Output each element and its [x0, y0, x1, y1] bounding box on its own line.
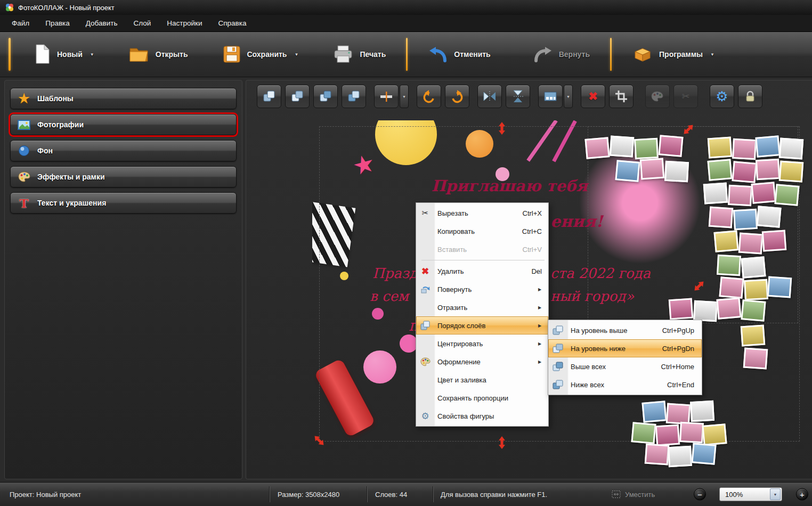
- photo-thumb[interactable]: [732, 138, 757, 160]
- photo-thumb[interactable]: [738, 233, 764, 255]
- zoom-dropdown-icon[interactable]: ▼: [770, 488, 781, 500]
- photo-thumb[interactable]: [702, 423, 727, 446]
- sidebar-item-templates[interactable]: ★ Шаблоны: [10, 88, 237, 109]
- menu-item-style[interactable]: Оформление ▶: [416, 353, 548, 371]
- photo-thumb[interactable]: [658, 135, 683, 157]
- photo-thumb[interactable]: [732, 161, 757, 183]
- photo-thumb[interactable]: [751, 182, 776, 204]
- submenu-item-level-down[interactable]: На уровень ниже Ctrl+PgDn: [548, 339, 702, 357]
- open-button[interactable]: Открыть: [122, 40, 194, 68]
- menu-settings[interactable]: Настройки: [167, 19, 202, 27]
- menu-item-center[interactable]: Центрировать ▶: [416, 334, 548, 353]
- delete-button[interactable]: ✖: [581, 85, 605, 108]
- photo-thumb[interactable]: [669, 298, 694, 320]
- undo-button[interactable]: Отменить: [421, 42, 497, 67]
- menu-file[interactable]: Файл: [12, 19, 29, 27]
- photo-thumb[interactable]: [634, 138, 659, 159]
- photo-thumb[interactable]: [708, 137, 733, 159]
- photo-thumb[interactable]: [655, 425, 680, 446]
- photo-thumb[interactable]: [741, 299, 766, 322]
- photo-thumb[interactable]: [664, 161, 689, 182]
- photo-thumb[interactable]: [703, 183, 728, 205]
- effects-button[interactable]: [645, 85, 670, 108]
- flip-horizontal-button[interactable]: [477, 85, 502, 108]
- photo-thumb[interactable]: [610, 136, 635, 158]
- menu-item-flip[interactable]: Отразить ▶: [416, 298, 548, 316]
- menu-item-copy[interactable]: Копировать Ctrl+C: [416, 222, 548, 240]
- photo-thumb[interactable]: [741, 256, 766, 279]
- submenu-item-to-back[interactable]: Ниже всех Ctrl+End: [548, 376, 702, 394]
- menu-item-color-fill[interactable]: Цвет и заливка: [416, 371, 548, 389]
- settings-button[interactable]: ⚙: [710, 85, 734, 108]
- photo-thumb[interactable]: [679, 422, 704, 443]
- menu-help[interactable]: Справка: [218, 19, 247, 27]
- photo-thumb[interactable]: [642, 401, 667, 423]
- submenu-item-to-front[interactable]: Выше всех Ctrl+Home: [548, 357, 702, 376]
- zoom-in-button[interactable]: +: [796, 488, 808, 501]
- photo-thumb[interactable]: [756, 206, 781, 228]
- redo-button[interactable]: Вернуть: [526, 42, 596, 67]
- photo-thumb[interactable]: [666, 403, 691, 425]
- photo-thumb[interactable]: [645, 444, 670, 466]
- resize-arrow-bottom[interactable]: [498, 436, 506, 450]
- submenu-item-level-up[interactable]: На уровень выше Ctrl+PgUp: [548, 321, 702, 339]
- photo-thumb[interactable]: [693, 300, 718, 322]
- photo-thumb[interactable]: [668, 446, 692, 467]
- menu-layer[interactable]: Слой: [133, 19, 151, 27]
- layer-forward-button[interactable]: [257, 85, 281, 108]
- menu-item-paste[interactable]: Вставить Ctrl+V: [416, 240, 548, 258]
- photo-thumb[interactable]: [767, 276, 792, 298]
- photo-thumb[interactable]: [728, 185, 752, 206]
- photo-thumb[interactable]: [774, 184, 799, 206]
- photo-thumb[interactable]: [690, 401, 714, 422]
- photo-thumb[interactable]: [615, 160, 640, 182]
- layer-back-button[interactable]: [342, 85, 366, 108]
- lock-button[interactable]: [738, 85, 762, 108]
- photo-thumb[interactable]: [719, 276, 744, 299]
- print-button[interactable]: Печать: [326, 40, 392, 68]
- menu-item-keep-proportions[interactable]: Сохранять пропорции: [416, 389, 548, 407]
- programs-dropdown-icon[interactable]: ▼: [710, 52, 714, 57]
- photo-thumb[interactable]: [756, 159, 780, 180]
- flip-vertical-button[interactable]: [506, 85, 530, 108]
- menu-item-shape-properties[interactable]: ⚙ Свойства фигуры: [416, 407, 548, 425]
- photo-thumb[interactable]: [779, 138, 804, 160]
- layer-backward-button[interactable]: [285, 85, 310, 108]
- photo-thumb[interactable]: [640, 158, 665, 180]
- rotate-right-button[interactable]: [445, 85, 469, 108]
- photo-thumb[interactable]: [744, 279, 768, 300]
- layer-front-button[interactable]: [313, 85, 338, 108]
- menu-item-delete[interactable]: ✖ Удалить Del: [416, 262, 548, 280]
- fit-button[interactable]: Уместить: [612, 491, 655, 499]
- collage-canvas[interactable]: ★ Приглашаю тебя ения! Празд ста 2022 го…: [312, 120, 812, 472]
- new-button[interactable]: Новый ▼: [27, 39, 101, 69]
- photo-thumb[interactable]: [631, 422, 656, 444]
- photo-thumb[interactable]: [584, 137, 610, 159]
- photo-thumb[interactable]: [709, 207, 734, 228]
- menu-item-layer-order[interactable]: Порядок слоёв ▶: [416, 316, 548, 334]
- resize-arrow-top[interactable]: [498, 121, 506, 135]
- programs-button[interactable]: Программы ▼: [626, 41, 721, 68]
- photo-thumb[interactable]: [691, 443, 716, 465]
- photo-thumb[interactable]: [743, 348, 768, 370]
- align-button[interactable]: [374, 85, 399, 108]
- photo-thumb[interactable]: [762, 230, 787, 252]
- collage-grid-button[interactable]: [538, 85, 563, 108]
- new-dropdown-icon[interactable]: ▼: [90, 52, 94, 57]
- photo-thumb[interactable]: [741, 325, 766, 347]
- sidebar-item-background[interactable]: Фон: [10, 140, 237, 161]
- menu-edit[interactable]: Правка: [45, 19, 70, 27]
- photo-thumb[interactable]: [733, 209, 758, 230]
- align-dropdown-icon[interactable]: ▼: [400, 85, 409, 108]
- zoom-out-button[interactable]: −: [694, 488, 706, 501]
- photo-thumb[interactable]: [755, 135, 780, 158]
- menu-item-cut[interactable]: ✂ Вырезать Ctrl+X: [416, 204, 548, 222]
- sidebar-item-text[interactable]: T Текст и украшения: [10, 192, 237, 214]
- collage-grid-dropdown-icon[interactable]: ▼: [564, 85, 573, 108]
- zoom-combobox[interactable]: 100% ▼: [719, 487, 782, 501]
- cut-object-button[interactable]: ✂: [673, 85, 698, 108]
- photo-thumb[interactable]: [707, 159, 732, 181]
- photo-thumb[interactable]: [713, 230, 738, 252]
- photo-thumb[interactable]: [717, 255, 741, 276]
- crop-button[interactable]: [609, 85, 634, 108]
